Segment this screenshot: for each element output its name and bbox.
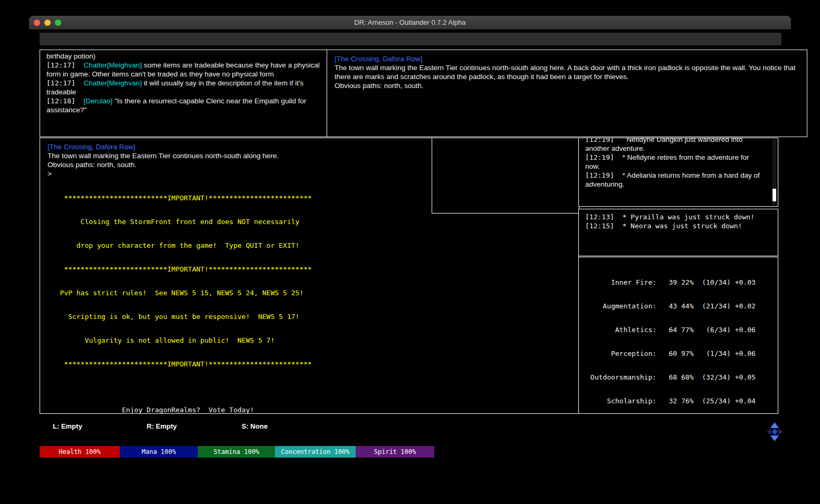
important-line: drop your character from the game! Type … (47, 241, 571, 249)
event-timestamp: [12:19] (585, 153, 622, 161)
compass-north-arrow (770, 422, 779, 428)
compass-west-arrow (767, 429, 771, 435)
chat-message: [12:18] [Derulao] "Is there a resurrect-… (46, 96, 321, 114)
room-paths: Obvious paths: north, south. (335, 81, 799, 90)
vote-line: Enjoy DragonRealms? Vote Today! (47, 406, 571, 414)
event-timestamp: [12:19] (585, 138, 626, 143)
room-panel: [The Crossing, Dafora Row] The town wall… (327, 50, 807, 137)
stamina-bar: Stamina 100% (198, 446, 275, 458)
chat-partial-line: birthday potion) (46, 52, 321, 61)
desktop: DR: Arneson - Outlander 0.7.2 Alpha birt… (0, 0, 820, 504)
spell-indicator: S: None (242, 422, 268, 430)
xp-row: Augmentation: 43 44% (21/34) +0.02 (586, 302, 770, 310)
chat-speaker: Chatter[Meighvan] (83, 61, 141, 69)
vitals-bars: Health 100% Mana 100% Stamina 100% Conce… (40, 446, 434, 458)
chat-timestamp: [12:17] (46, 61, 83, 69)
chat-timestamp: [12:17] (46, 79, 83, 87)
app-window: DR: Arneson - Outlander 0.7.2 Alpha birt… (29, 16, 791, 488)
xp-row: Perception: 60 97% (1/34) +0.06 (586, 350, 770, 357)
event-message: [12:19] Nefidyne Dangkin just wandered i… (585, 138, 762, 153)
experience-panel: Inner Fire: 39 22% (10/34) +0.03 Augment… (578, 257, 778, 414)
minimize-button[interactable] (44, 20, 51, 26)
compass-center (771, 429, 777, 434)
important-banner: *************************IMPORTANT!*****… (47, 265, 571, 273)
death-line: [12:15] * Neora was just struck down! (585, 221, 771, 230)
spirit-bar: Spirit 100% (356, 446, 434, 458)
important-line: Scripting is ok, but you must be respons… (47, 313, 571, 321)
compass-icon[interactable] (766, 422, 783, 442)
chat-message: [12:17] Chatter[Meighvan] some items are… (46, 61, 321, 79)
health-bar: Health 100% (40, 446, 120, 458)
toolbar-strip (40, 33, 781, 45)
chat-timestamp: [12:18] (46, 97, 83, 105)
window-title: DR: Arneson - Outlander 0.7.2 Alpha (29, 16, 791, 30)
death-line: [12:13] * Pyrailla was just struck down! (585, 212, 771, 221)
concentration-bar: Concentration 100% (275, 446, 356, 458)
compass-south-arrow (770, 435, 779, 441)
xp-row: Inner Fire: 39 22% (10/34) +0.03 (586, 278, 770, 286)
mana-label: Mana 100% (141, 448, 176, 455)
important-line: Closing the StormFront front end does NO… (47, 218, 571, 226)
room-description: The town wall marking the Eastern Tier c… (335, 63, 799, 81)
zoom-button[interactable] (55, 20, 61, 26)
chat-panel: birthday potion) [12:17] Chatter[Meighva… (40, 50, 328, 137)
compass-east-arrow (778, 429, 783, 435)
room-name: [The Crossing, Dafora Row] (335, 54, 799, 63)
stamina-label: Stamina 100% (214, 448, 260, 455)
event-message: [12:19] * Adeliania returns home from a … (585, 171, 762, 189)
title-bar[interactable]: DR: Arneson - Outlander 0.7.2 Alpha (29, 16, 791, 30)
chat-speaker: Chatter[Meighvan] (83, 79, 141, 87)
event-message: [12:19] * Nefidyne retires from the adve… (585, 153, 762, 171)
events-panel: [12:19] Nefidyne Dangkin just wandered i… (578, 138, 778, 207)
scrollbar-thumb[interactable] (773, 189, 776, 201)
right-hand-indicator: R: Empty (147, 422, 177, 430)
health-label: Health 100% (59, 448, 100, 455)
important-line: PvP has strict rules! See NEWS 5 15, NEW… (47, 289, 571, 297)
left-hand-indicator: L: Empty (53, 422, 82, 430)
mana-bar: Mana 100% (120, 446, 198, 458)
concentration-label: Concentration 100% (281, 448, 349, 455)
event-timestamp: [12:19] (585, 171, 622, 179)
chat-message: [12:17] Chatter[Meighvan] it will usuall… (46, 79, 321, 96)
chat-speaker: [Derulao] (83, 97, 112, 105)
xp-row: Outdoorsmanship: 68 68% (32/34) +0.05 (586, 373, 770, 381)
empty-stream-panel (432, 138, 579, 214)
close-button[interactable] (34, 20, 40, 26)
xp-row: Scholarship: 32 76% (25/34) +0.04 (586, 397, 770, 405)
deaths-panel: [12:13] * Pyrailla was just struck down!… (578, 209, 778, 256)
spirit-label: Spirit 100% (374, 448, 416, 455)
xp-row: Athletics: 64 77% (6/34) +0.06 (586, 326, 770, 334)
important-banner: *************************IMPORTANT!*****… (47, 360, 571, 368)
important-line: Vulgarity is not allowed in public! NEWS… (47, 336, 571, 344)
